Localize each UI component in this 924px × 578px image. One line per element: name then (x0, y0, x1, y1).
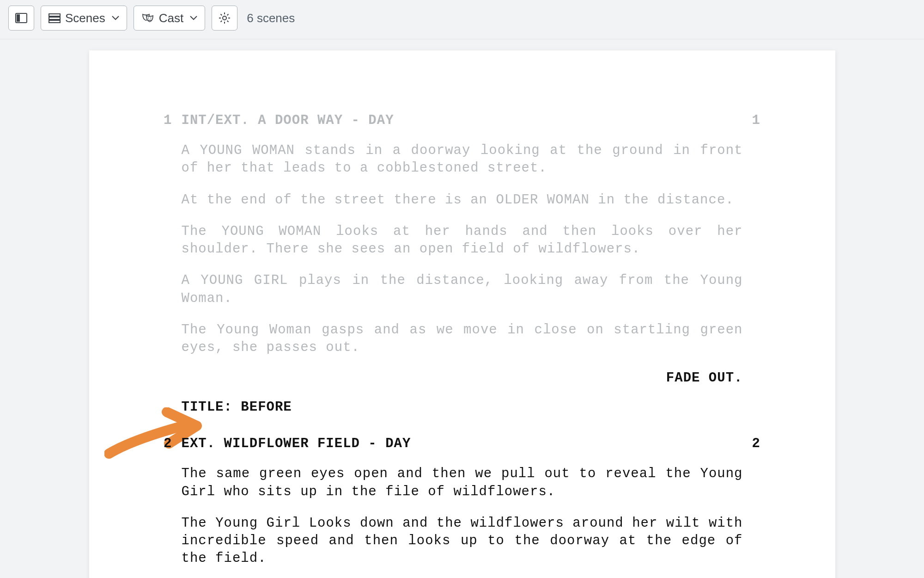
cast-button-label: Cast (159, 11, 183, 25)
action-text[interactable]: A YOUNG WOMAN stands in a doorway lookin… (182, 142, 743, 178)
svg-rect-1 (17, 14, 20, 22)
svg-rect-4 (49, 20, 60, 23)
svg-line-12 (221, 14, 222, 16)
action-text[interactable]: The Young Girl Looks down and the wildfl… (182, 515, 743, 568)
svg-line-14 (227, 14, 229, 16)
action-text[interactable]: The YOUNG WOMAN looks at her hands and t… (182, 223, 743, 258)
panel-icon (15, 13, 27, 23)
svg-rect-3 (49, 17, 60, 19)
svg-rect-2 (49, 14, 60, 16)
scene-number-left: 1 (135, 113, 172, 128)
transition-block: FADE OUT. (182, 370, 743, 386)
svg-point-6 (150, 18, 151, 18)
gear-icon (219, 12, 231, 24)
scenes-button-label: Scenes (65, 11, 105, 25)
action-text[interactable]: At the end of the street there is an OLD… (182, 191, 743, 209)
action-text[interactable]: The Young Woman gasps and as we move in … (182, 321, 743, 357)
svg-point-7 (223, 16, 226, 20)
svg-line-15 (221, 21, 222, 22)
action-text[interactable]: A YOUNG GIRL plays in the distance, look… (182, 272, 743, 307)
cast-dropdown-button[interactable]: Cast (134, 6, 205, 31)
scenes-dropdown-button[interactable]: Scenes (41, 6, 127, 31)
scene-number-left: 2 (135, 436, 172, 451)
page-container: 1 1 INT/EXT. A DOOR WAY - DAY A YOUNG WO… (0, 39, 924, 578)
transition-text[interactable]: FADE OUT. (182, 370, 743, 386)
toolbar: Scenes Cast (0, 0, 924, 39)
svg-line-13 (227, 21, 229, 22)
scenes-list-icon (49, 13, 61, 23)
cast-masks-icon (141, 13, 154, 23)
scene-count-label: 6 scenes (247, 11, 295, 25)
title-card-text[interactable]: TITLE: BEFORE (182, 400, 743, 415)
panel-toggle-button[interactable] (8, 6, 34, 31)
settings-button[interactable] (212, 6, 237, 31)
scene-number-right: 1 (752, 113, 789, 128)
svg-point-5 (148, 18, 149, 18)
scene-block-2: 2 2 EXT. WILDFLOWER FIELD - DAY The same… (182, 436, 743, 567)
scene-block-1: 1 1 INT/EXT. A DOOR WAY - DAY A YOUNG WO… (182, 113, 743, 357)
action-text[interactable]: The same green eyes open and then we pul… (182, 465, 743, 501)
script-page[interactable]: 1 1 INT/EXT. A DOOR WAY - DAY A YOUNG WO… (89, 50, 835, 578)
chevron-down-icon (190, 16, 197, 20)
scene-heading-1[interactable]: INT/EXT. A DOOR WAY - DAY (182, 113, 743, 128)
scene-heading-2[interactable]: EXT. WILDFLOWER FIELD - DAY (182, 436, 743, 451)
title-card-block: TITLE: BEFORE (182, 400, 743, 415)
chevron-down-icon (112, 16, 119, 20)
scene-number-right: 2 (752, 436, 789, 451)
